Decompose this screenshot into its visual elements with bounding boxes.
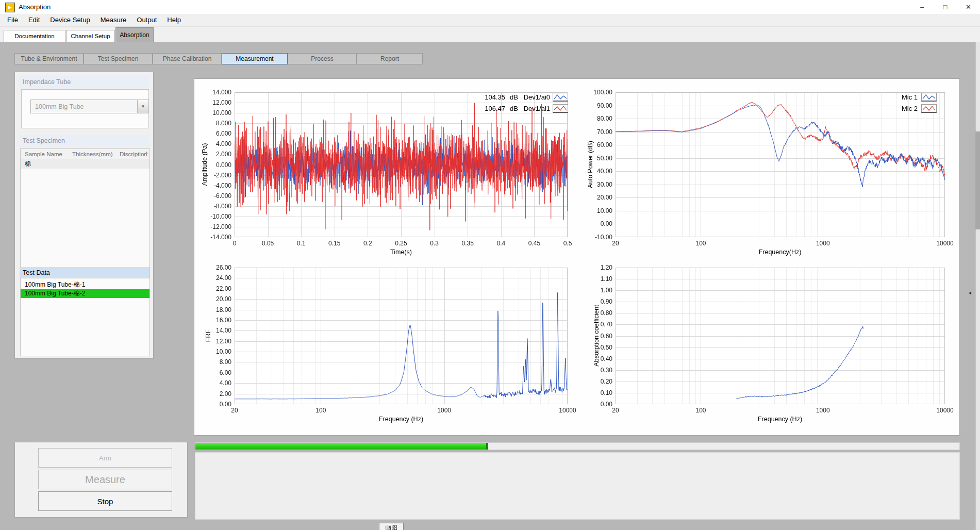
axis-label-frf: FRF bbox=[205, 329, 212, 342]
axis-label-absorption: Absorption coefficient bbox=[593, 305, 600, 366]
plot-style-icon-mic2[interactable] bbox=[921, 104, 937, 113]
subtab-process[interactable]: Process bbox=[288, 53, 357, 64]
axis-label-frequency-top: Frequency(Hz) bbox=[759, 249, 802, 256]
tab-channel-setup[interactable]: Channel Setup bbox=[66, 30, 115, 42]
legend-label-mic2: Mic 2 bbox=[871, 105, 918, 112]
close-button[interactable]: ✕ bbox=[957, 0, 980, 14]
title-bar: ▶ Absorption – □ ✕ bbox=[0, 0, 980, 14]
axis-label-auto-power: Auto Power (dB) bbox=[587, 141, 594, 188]
tab-absorption[interactable]: Absorption bbox=[115, 27, 154, 42]
sample-name-cell: 棉 bbox=[21, 160, 31, 169]
labview-run-arrow-icon: ▶ bbox=[5, 3, 15, 12]
subtab-test-specimen[interactable]: Test Specimen bbox=[84, 53, 153, 64]
stop-button[interactable]: Stop bbox=[38, 491, 172, 511]
axis-label-frequency-abs: Frequency (Hz) bbox=[758, 416, 802, 423]
table-header-row: Sample Name Thickness(mm) Discription bbox=[21, 149, 150, 159]
list-item[interactable]: 100mm Big Tube-棉-1 bbox=[21, 280, 150, 289]
absorption-coefficient-plot bbox=[616, 268, 945, 404]
level-value-ai0: 104.35 bbox=[443, 93, 505, 101]
tab-documentation[interactable]: Documentation bbox=[4, 30, 65, 42]
plot-style-icon-mic1[interactable] bbox=[921, 93, 937, 102]
axis-label-frequency-frf: Frequency (Hz) bbox=[379, 416, 423, 423]
control-buttons-panel: Arm Measure Stop bbox=[14, 442, 188, 518]
menu-item-file[interactable]: File bbox=[2, 14, 23, 26]
impedance-tube-header: Impendace Tube bbox=[20, 76, 150, 88]
auto-power-plot bbox=[616, 92, 945, 237]
test-specimen-header: Test Specimen bbox=[20, 135, 150, 146]
menu-bar: File Edit Device Setup Measure Output He… bbox=[0, 14, 980, 27]
scroll-up-icon[interactable]: ∧ bbox=[145, 151, 148, 155]
frf-plot bbox=[235, 268, 568, 404]
measurement-progress-bar bbox=[195, 442, 960, 450]
subtab-tube-environment[interactable]: Tube & Environment bbox=[14, 53, 84, 64]
plot-style-icon-red[interactable] bbox=[553, 104, 568, 113]
legend-label-ai0: Dev1/ai0 bbox=[503, 93, 550, 101]
arm-button[interactable]: Arm bbox=[38, 448, 172, 468]
progress-fill bbox=[195, 443, 488, 450]
axis-label-time: Time(s) bbox=[390, 249, 412, 256]
application-window: ▶ Absorption – □ ✕ File Edit Device Setu… bbox=[0, 0, 980, 530]
sidebar-panel: Impendace Tube 100mm Big Tube ▼ Test Spe… bbox=[14, 72, 154, 359]
lower-empty-panel bbox=[195, 452, 960, 520]
chevron-down-icon[interactable]: ▼ bbox=[137, 100, 148, 113]
minimize-button[interactable]: – bbox=[910, 0, 934, 14]
subtab-phase-calibration[interactable]: Phase Calibration bbox=[153, 53, 222, 64]
plot-style-icon-blue[interactable] bbox=[553, 93, 568, 102]
subtab-measurement[interactable]: Measurement bbox=[222, 53, 288, 64]
test-data-list[interactable]: 100mm Big Tube-棉-1 100mm Big Tube-棉-2 bbox=[20, 278, 150, 356]
scrollbar-thumb[interactable] bbox=[975, 131, 980, 229]
time-waveform-plot bbox=[235, 92, 568, 237]
main-tab-strip: Documentation Channel Setup Absorption bbox=[0, 27, 980, 42]
col-thickness: Thickness(mm) bbox=[72, 151, 120, 157]
legend-label-ai1: Dev1/ai1 bbox=[503, 105, 550, 112]
table-row[interactable]: 棉 bbox=[21, 159, 150, 169]
menu-item-edit[interactable]: Edit bbox=[23, 14, 45, 26]
tube-select-value: 100mm Big Tube bbox=[35, 103, 84, 110]
menu-item-device-setup[interactable]: Device Setup bbox=[45, 14, 95, 26]
measure-button[interactable]: Measure bbox=[38, 470, 172, 489]
bottom-tab-huitu[interactable]: 画图 bbox=[379, 523, 404, 530]
axis-label-amplitude: Amplitude (Pa) bbox=[201, 143, 208, 186]
list-item-selected[interactable]: 100mm Big Tube-棉-2 bbox=[21, 289, 150, 298]
maximize-button[interactable]: □ bbox=[934, 0, 957, 14]
legend-label-mic1: Mic 1 bbox=[871, 93, 918, 101]
collapse-left-icon[interactable]: ◄ bbox=[968, 290, 972, 295]
col-sample-name: Sample Name bbox=[21, 151, 72, 157]
col-discription: Discription bbox=[120, 151, 147, 157]
level-value-ai1: 106.47 bbox=[443, 105, 505, 112]
menu-item-measure[interactable]: Measure bbox=[95, 14, 132, 26]
tube-select-dropdown[interactable]: 100mm Big Tube ▼ bbox=[30, 100, 149, 113]
menu-item-output[interactable]: Output bbox=[131, 14, 162, 26]
subtab-report[interactable]: Report bbox=[357, 53, 423, 64]
vertical-scrollbar[interactable] bbox=[975, 42, 980, 530]
window-title: Absorption bbox=[19, 3, 51, 11]
menu-item-help[interactable]: Help bbox=[162, 14, 186, 26]
test-data-header: Test Data bbox=[20, 267, 150, 278]
